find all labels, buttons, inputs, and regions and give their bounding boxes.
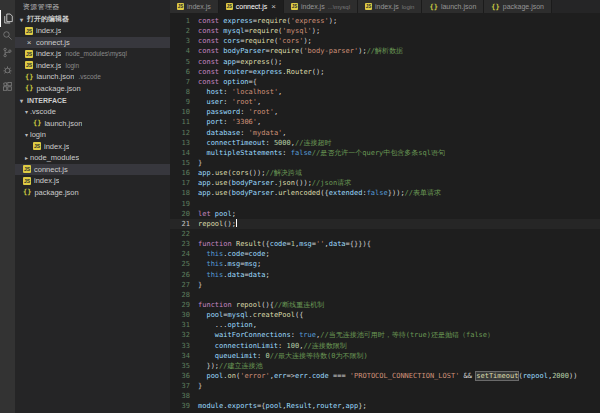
code-line-18[interactable]: 18app.use(bodyParser.urlencoded({extende… xyxy=(170,188,600,198)
code-line-4[interactable]: 4const bodyParser=require('body-parser')… xyxy=(170,46,600,56)
open-editor-index.js[interactable]: JSindex.jsnode_modules\mysql xyxy=(15,48,170,60)
code-line-30[interactable]: 30 pool=mysql.createPool({ xyxy=(170,310,600,320)
line-number: 12 xyxy=(170,128,190,138)
code-line-1[interactable]: 1const express=require('express'); xyxy=(170,16,600,26)
code-line-24[interactable]: 24 this.code=code; xyxy=(170,249,600,259)
extensions-icon[interactable] xyxy=(0,78,15,95)
code-line-text: } xyxy=(190,381,202,391)
close-icon[interactable]: × xyxy=(271,2,276,11)
code-line-20[interactable]: 20let pool; xyxy=(170,209,600,219)
line-number: 33 xyxy=(170,341,190,351)
code-line-27[interactable]: 27} xyxy=(170,280,600,290)
open-editor-index.js[interactable]: JSindex.js xyxy=(15,25,170,37)
code-line-21[interactable]: 21repool(); xyxy=(170,219,600,229)
js-file-icon: JS xyxy=(291,3,298,10)
code-line-15[interactable]: 15} xyxy=(170,158,600,168)
line-number: 17 xyxy=(170,178,190,188)
code-line-22[interactable]: 22 xyxy=(170,229,600,239)
tree-item-node_modules[interactable]: ▸node_modules xyxy=(15,152,170,164)
line-number: 2 xyxy=(170,26,190,36)
code-line-12[interactable]: 12 database: 'mydata', xyxy=(170,128,600,138)
debug-icon[interactable] xyxy=(0,61,15,78)
code-line-text: app.use(bodyParser.json());//json请求 xyxy=(190,178,351,188)
tree-item-index.js[interactable]: JSindex.js xyxy=(15,175,170,187)
code-line-text: module.exports={pool,Result,router,app}; xyxy=(190,401,367,411)
tree-header[interactable]: ▾ INTERFACE xyxy=(15,94,170,106)
tab-label: index.js xyxy=(375,3,399,10)
code-line-34[interactable]: 34 queueLimit: 0//最大连接等待数(0为不限制) xyxy=(170,351,600,361)
code-line-32[interactable]: 32 waitForConnections: true,//当无连接池可用时，等… xyxy=(170,330,600,340)
open-editors-header[interactable]: ▾ 打开的编辑器 xyxy=(15,13,170,25)
tree-item-.vscode[interactable]: ▾.vscode xyxy=(15,106,170,118)
code-line-26[interactable]: 26 this.data=data; xyxy=(170,270,600,280)
tree-item-login[interactable]: ▾login xyxy=(15,129,170,141)
tab-index.js[interactable]: JSindex.js xyxy=(170,0,219,13)
line-number: 26 xyxy=(170,270,190,280)
code-line-14[interactable]: 14 multipleStatements: false//是否允许一个quer… xyxy=(170,148,600,158)
code-line-31[interactable]: 31 ...option, xyxy=(170,320,600,330)
line-number: 4 xyxy=(170,46,190,56)
code-line-37[interactable]: 37} xyxy=(170,381,600,391)
explorer-icon[interactable] xyxy=(0,10,15,27)
code-line-19[interactable]: 19 xyxy=(170,199,600,209)
code-line-39[interactable]: 39module.exports={pool,Result,router,app… xyxy=(170,401,600,411)
code-line-23[interactable]: 23function Result({code=1,msg='',data={}… xyxy=(170,239,600,249)
line-number: 5 xyxy=(170,57,190,67)
code-line-text: function repool(){//断线重连机制 xyxy=(190,300,324,310)
line-number: 8 xyxy=(170,87,190,97)
js-file-icon: JS xyxy=(177,3,184,10)
file-label: connect.js xyxy=(36,38,70,47)
code-line-29[interactable]: 29function repool(){//断线重连机制 xyxy=(170,300,600,310)
tree-item-connect.js[interactable]: JSconnect.js xyxy=(15,164,170,176)
code-line-10[interactable]: 10 password: 'root', xyxy=(170,107,600,117)
tab-index.js[interactable]: JSindex.js...\mysql xyxy=(284,0,358,13)
code-line-text: } xyxy=(190,280,202,290)
code-line-5[interactable]: 5const app=express(); xyxy=(170,57,600,67)
line-number: 25 xyxy=(170,259,190,269)
tree-item-launch.json[interactable]: {}launch.json xyxy=(15,118,170,130)
tab-label: index.js xyxy=(301,3,325,10)
code-line-36[interactable]: 36 pool.on('error',err=>err.code === 'PR… xyxy=(170,371,600,381)
close-icon[interactable]: × xyxy=(25,38,33,47)
file-path-desc: login xyxy=(65,62,79,69)
open-editor-index.js[interactable]: JSindex.jslogin xyxy=(15,60,170,72)
code-line-2[interactable]: 2const mysql=require('mysql'); xyxy=(170,26,600,36)
code-line-38[interactable]: 38 xyxy=(170,391,600,401)
code-line-28[interactable]: 28 xyxy=(170,290,600,300)
tree-item-package.json[interactable]: {}package.json xyxy=(15,187,170,199)
search-icon[interactable] xyxy=(0,27,15,44)
code-line-8[interactable]: 8 host: 'localhost', xyxy=(170,87,600,97)
file-label: package.json xyxy=(34,188,78,197)
code-line-text: this.msg=msg; xyxy=(190,259,261,269)
open-editor-launch.json[interactable]: {}launch.json.vscode xyxy=(15,71,170,83)
code-line-33[interactable]: 33 connectionLimit: 100,//连接数限制 xyxy=(170,341,600,351)
tab-launch.json[interactable]: {}launch.json xyxy=(422,0,484,13)
code-area[interactable]: 1const express=require('express');2const… xyxy=(170,13,600,413)
tab-index.js[interactable]: JSindex.jslogin xyxy=(358,0,422,13)
code-line-13[interactable]: 13 connectTimeout: 5000,//连接超时 xyxy=(170,138,600,148)
code-line-35[interactable]: 35 });//建立连接池 xyxy=(170,361,600,371)
open-editor-connect.js[interactable]: ×connect.js xyxy=(15,37,170,49)
tab-connect.js[interactable]: JSconnect.js× xyxy=(219,0,284,13)
source-control-icon[interactable] xyxy=(0,44,15,61)
code-line-16[interactable]: 16app.use(cors());//解决跨域 xyxy=(170,168,600,178)
js-file-icon: JS xyxy=(25,61,33,69)
file-label: connect.js xyxy=(34,165,68,174)
line-number: 16 xyxy=(170,168,190,178)
chevron-down-icon: ▾ xyxy=(23,108,30,115)
tree-item-index.js[interactable]: JSindex.js xyxy=(15,141,170,153)
line-number: 39 xyxy=(170,401,190,411)
code-line-11[interactable]: 11 port: '3306', xyxy=(170,117,600,127)
code-line-text: app.use(bodyParser.urlencoded({extended:… xyxy=(190,188,441,198)
code-line-25[interactable]: 25 this.msg=msg; xyxy=(170,259,600,269)
code-line-9[interactable]: 9 user: 'root', xyxy=(170,97,600,107)
code-line-7[interactable]: 7const option={ xyxy=(170,77,600,87)
line-number: 18 xyxy=(170,188,190,198)
code-line-6[interactable]: 6const router=express.Router(); xyxy=(170,67,600,77)
code-line-3[interactable]: 3const cors=require('cors'); xyxy=(170,36,600,46)
code-line-17[interactable]: 17app.use(bodyParser.json());//json请求 xyxy=(170,178,600,188)
code-line-text: connectTimeout: 5000,//连接超时 xyxy=(190,138,331,148)
line-number: 7 xyxy=(170,77,190,87)
tab-package.json[interactable]: {}package.json xyxy=(484,0,552,13)
open-editor-package.json[interactable]: {}package.json xyxy=(15,83,170,95)
